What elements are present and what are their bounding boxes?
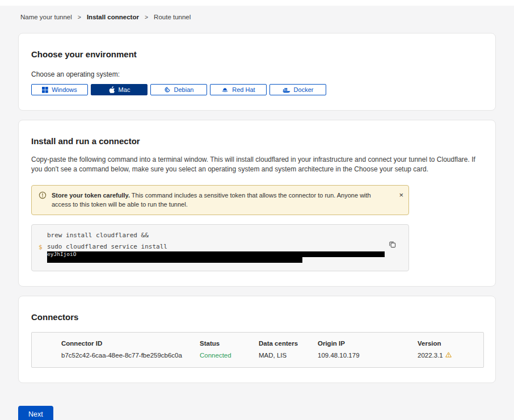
warning-title: Store your token carefully.	[52, 192, 130, 199]
os-button-windows[interactable]: Windows	[31, 84, 88, 95]
os-button-label: Windows	[52, 86, 77, 93]
data-centers-cell: MAD, LIS	[259, 352, 318, 359]
copy-icon[interactable]	[389, 241, 396, 250]
version-warning-icon	[445, 352, 452, 359]
warning-text: Store your token carefully. This command…	[52, 191, 389, 209]
col-header-connector-id: Connector ID	[61, 340, 200, 347]
debian-icon	[164, 86, 171, 93]
os-button-group: Windows Mac Debian Red Hat	[31, 84, 483, 95]
col-header-origin-ip: Origin IP	[318, 340, 418, 347]
breadcrumb-item-name-your-tunnel[interactable]: Name your tunnel	[20, 14, 72, 20]
os-button-redhat[interactable]: Red Hat	[210, 84, 267, 95]
shell-prompt: $	[39, 243, 43, 251]
col-header-status: Status	[200, 340, 259, 347]
breadcrumb-separator: >	[78, 14, 81, 20]
connector-id-cell: b7c52c42-6caa-48ee-8c77-fbe259cb6c0a	[61, 352, 200, 359]
table-header-row: Connector ID Status Data centers Origin …	[61, 340, 483, 347]
breadcrumb-item-route-tunnel[interactable]: Route tunnel	[154, 14, 191, 20]
install-card-description: Copy-paste the following command into a …	[31, 155, 483, 175]
os-select-label: Choose an operating system:	[31, 70, 483, 78]
code-line-1: brew install cloudflared &&	[47, 232, 386, 239]
tunnel-setup-page: Name your tunnel > Install connector > R…	[0, 14, 514, 420]
alert-circle-icon	[39, 191, 47, 202]
docker-icon	[283, 87, 290, 93]
code-block: $ brew install cloudflared && sudo cloud…	[31, 224, 409, 271]
redacted-token-bar: eyJhIjoiO	[47, 251, 385, 257]
connectors-table: Connector ID Status Data centers Origin …	[31, 332, 484, 368]
breadcrumb-item-install-connector[interactable]: Install connector	[87, 14, 139, 20]
environment-card-title: Choose your environment	[31, 49, 483, 59]
connectors-card-title: Connectors	[31, 312, 483, 322]
os-button-label: Docker	[294, 86, 314, 93]
os-button-debian[interactable]: Debian	[150, 84, 207, 95]
redhat-icon	[221, 87, 229, 93]
code-line-2: sudo cloudflared service install	[47, 243, 386, 250]
token-prefix: eyJhIjoiO	[47, 251, 76, 257]
connectors-card: Connectors Connector ID Status Data cent…	[18, 296, 496, 383]
next-button[interactable]: Next	[18, 406, 53, 420]
top-strip	[0, 0, 514, 6]
token-warning-banner: Store your token carefully. This command…	[31, 185, 409, 215]
table-row: b7c52c42-6caa-48ee-8c77-fbe259cb6c0a Con…	[61, 352, 483, 359]
version-cell: 2022.3.1	[418, 352, 483, 359]
status-badge: Connected	[200, 352, 259, 359]
os-button-label: Red Hat	[232, 86, 255, 93]
apple-icon	[108, 86, 115, 94]
close-icon[interactable]: ×	[399, 191, 403, 199]
os-button-label: Debian	[174, 86, 194, 93]
os-button-docker[interactable]: Docker	[269, 84, 326, 95]
os-button-mac[interactable]: Mac	[91, 84, 148, 95]
os-button-label: Mac	[119, 86, 130, 93]
windows-icon	[42, 87, 48, 93]
breadcrumb-separator: >	[145, 14, 148, 20]
origin-ip-cell: 109.48.10.179	[318, 352, 418, 359]
col-header-version: Version	[418, 340, 483, 347]
install-connector-card: Install and run a connector Copy-paste t…	[18, 120, 496, 287]
environment-card: Choose your environment Choose an operat…	[18, 33, 496, 111]
breadcrumb: Name your tunnel > Install connector > R…	[20, 14, 496, 20]
version-value: 2022.3.1	[418, 352, 443, 359]
col-header-data-centers: Data centers	[259, 340, 318, 347]
install-card-title: Install and run a connector	[31, 136, 483, 146]
redacted-token-bar	[47, 257, 302, 263]
